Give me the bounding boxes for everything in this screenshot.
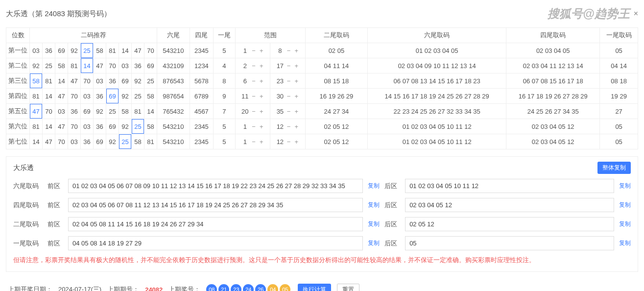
plus-icon[interactable]: + [293, 123, 299, 130]
num-cell[interactable]: 36 [81, 134, 94, 149]
num-cell[interactable]: 36 [94, 119, 106, 134]
minus-icon[interactable]: − [251, 77, 257, 85]
minus-icon[interactable]: − [286, 138, 292, 146]
num-cell[interactable]: 47 [30, 104, 43, 119]
minus-icon[interactable]: − [286, 123, 292, 130]
copy-button[interactable]: 复制 [368, 182, 380, 190]
num-cell[interactable]: 47 [43, 134, 55, 149]
num-cell[interactable]: 47 [94, 58, 106, 73]
front-input[interactable] [68, 198, 363, 212]
num-cell[interactable]: 03 [55, 104, 68, 119]
copy-button[interactable]: 复制 [619, 182, 631, 190]
num-cell[interactable]: 25 [132, 89, 144, 104]
num-cell[interactable]: 47 [55, 89, 68, 104]
num-cell[interactable]: 81 [30, 89, 43, 104]
num-cell[interactable]: 81 [30, 119, 43, 134]
num-cell[interactable]: 69 [144, 58, 157, 73]
num-cell[interactable]: 03 [81, 89, 94, 104]
num-cell[interactable]: 47 [68, 73, 81, 89]
num-cell[interactable]: 81 [144, 134, 157, 149]
plus-icon[interactable]: + [293, 77, 299, 85]
plus-icon[interactable]: + [259, 47, 264, 54]
minus-icon[interactable]: − [286, 77, 292, 85]
num-cell[interactable]: 70 [144, 43, 157, 58]
minus-icon[interactable]: − [286, 93, 292, 100]
num-cell[interactable]: 69 [81, 104, 94, 119]
num-cell[interactable]: 81 [68, 58, 81, 73]
num-cell[interactable]: 03 [68, 134, 81, 149]
num-cell[interactable]: 69 [119, 73, 132, 89]
num-cell[interactable]: 14 [119, 43, 132, 58]
minus-icon[interactable]: − [251, 62, 257, 70]
num-cell[interactable]: 92 [30, 58, 43, 73]
back-input[interactable] [405, 217, 614, 231]
num-cell[interactable]: 92 [94, 104, 106, 119]
plus-icon[interactable]: + [259, 108, 264, 115]
num-cell[interactable]: 70 [55, 134, 68, 149]
num-cell[interactable]: 03 [119, 58, 132, 73]
num-cell[interactable]: 14 [30, 134, 43, 149]
num-cell[interactable]: 47 [55, 119, 68, 134]
plus-icon[interactable]: + [293, 108, 299, 115]
plus-icon[interactable]: + [293, 62, 299, 70]
front-input[interactable] [68, 217, 363, 231]
reset-button[interactable]: 重置 [337, 284, 359, 291]
copy-button[interactable]: 复制 [368, 239, 380, 247]
copy-button[interactable]: 复制 [619, 220, 631, 228]
num-cell[interactable]: 70 [68, 89, 81, 104]
num-cell[interactable]: 58 [132, 134, 144, 149]
num-cell[interactable]: 25 [132, 119, 144, 134]
num-cell[interactable]: 69 [106, 119, 119, 134]
plus-icon[interactable]: + [259, 123, 264, 130]
minus-icon[interactable]: − [286, 62, 292, 70]
minus-icon[interactable]: − [251, 123, 257, 130]
num-cell[interactable]: 36 [43, 43, 55, 58]
num-cell[interactable]: 58 [94, 43, 106, 58]
num-cell[interactable]: 92 [132, 73, 144, 89]
plus-icon[interactable]: + [259, 62, 264, 70]
plus-icon[interactable]: + [293, 47, 299, 54]
copy-button[interactable]: 复制 [619, 201, 631, 209]
run-button[interactable]: 执行计算 [298, 284, 331, 291]
num-cell[interactable]: 58 [30, 73, 43, 89]
num-cell[interactable]: 69 [106, 89, 119, 104]
num-cell[interactable]: 25 [119, 134, 132, 149]
front-input[interactable] [68, 236, 363, 250]
minus-icon[interactable]: − [286, 47, 292, 54]
back-input[interactable] [405, 179, 614, 193]
num-cell[interactable]: 70 [43, 104, 55, 119]
num-cell[interactable]: 14 [43, 89, 55, 104]
back-input[interactable] [405, 236, 614, 250]
num-cell[interactable]: 36 [68, 104, 81, 119]
num-cell[interactable]: 70 [106, 58, 119, 73]
back-input[interactable] [405, 198, 614, 212]
plus-icon[interactable]: + [259, 138, 264, 146]
num-cell[interactable]: 92 [68, 43, 81, 58]
copy-button[interactable]: 复制 [368, 201, 380, 209]
minus-icon[interactable]: − [251, 47, 257, 54]
num-cell[interactable]: 70 [81, 73, 94, 89]
num-cell[interactable]: 92 [106, 134, 119, 149]
num-cell[interactable]: 58 [144, 119, 157, 134]
plus-icon[interactable]: + [293, 93, 299, 100]
num-cell[interactable]: 69 [94, 134, 106, 149]
front-input[interactable] [68, 179, 363, 193]
minus-icon[interactable]: − [251, 138, 257, 146]
minus-icon[interactable]: − [251, 108, 257, 115]
num-cell[interactable]: 81 [132, 104, 144, 119]
num-cell[interactable]: 92 [119, 89, 132, 104]
close-icon[interactable]: × [634, 9, 638, 18]
plus-icon[interactable]: + [259, 77, 264, 85]
num-cell[interactable]: 14 [43, 119, 55, 134]
num-cell[interactable]: 25 [81, 43, 94, 58]
num-cell[interactable]: 36 [94, 89, 106, 104]
num-cell[interactable]: 58 [119, 104, 132, 119]
num-cell[interactable]: 25 [106, 104, 119, 119]
plus-icon[interactable]: + [259, 93, 264, 100]
num-cell[interactable]: 03 [81, 119, 94, 134]
num-cell[interactable]: 14 [81, 58, 94, 73]
num-cell[interactable]: 58 [55, 58, 68, 73]
num-cell[interactable]: 58 [144, 89, 157, 104]
copy-button[interactable]: 复制 [368, 220, 380, 228]
num-cell[interactable]: 14 [55, 73, 68, 89]
